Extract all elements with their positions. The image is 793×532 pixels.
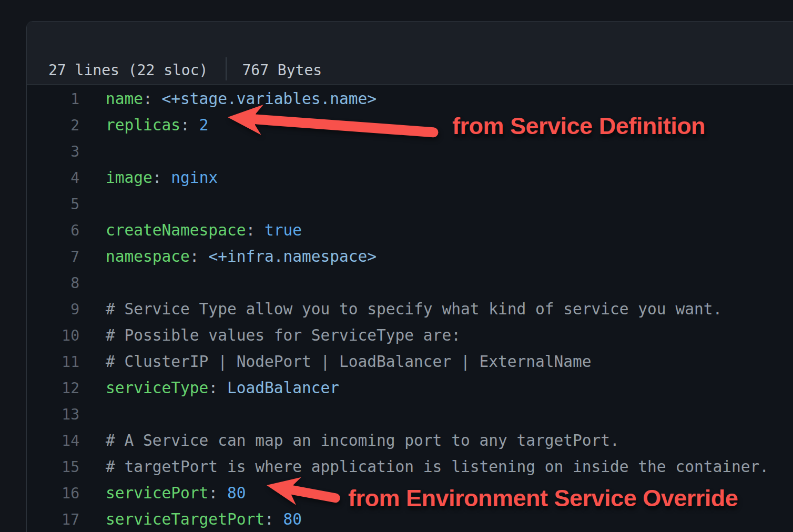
token-punc: : [152,169,171,187]
token-comment: # ClusterIP | NodePort | LoadBalancer | … [106,353,592,371]
line-number[interactable]: 11 [27,353,79,371]
token-punc: : [246,221,265,239]
line-number[interactable]: 16 [27,485,79,502]
line-number[interactable]: 5 [27,196,79,213]
token-punc: : [143,90,162,108]
line-content: serviceType: LoadBalancer [106,379,339,397]
line-number[interactable]: 7 [27,248,79,265]
token-punc: : [180,116,199,134]
line-content: # targetPort is where application is lis… [106,458,769,476]
line-number[interactable]: 13 [27,406,79,423]
line-number[interactable]: 9 [27,301,79,318]
line-number[interactable]: 3 [27,143,79,160]
token-punc: : [208,484,227,502]
code-line: 10# Possible values for ServiceType are: [27,322,793,349]
token-key: namespace [106,248,190,265]
token-key: replicas [106,116,180,134]
line-content: # Service Type allow you to specify what… [106,300,722,318]
line-number[interactable]: 2 [27,117,79,134]
line-content: namespace: <+infra.namespace> [106,248,377,265]
code-line: 13 [27,401,793,427]
token-expr: LoadBalancer [227,379,339,397]
code-lines: 1name: <+stage.variables.name>2replicas:… [27,86,793,532]
line-content: # Possible values for ServiceType are: [106,326,461,344]
code-line: 4image: nginx [27,165,793,191]
line-content: # ClusterIP | NodePort | LoadBalancer | … [106,353,592,371]
code-line: 9# Service Type allow you to specify wha… [27,296,793,322]
code-line: 6createNamespace: true [27,217,793,243]
token-expr: <+infra.namespace> [208,248,377,265]
page: 27 lines (22 sloc) 767 Bytes 1name: <+st… [0,0,793,532]
token-comment: # A Service can map an incoming port to … [106,432,619,449]
code-line: 8 [27,270,793,296]
token-comment: # Possible values for ServiceType are: [106,326,461,344]
token-punc: : [190,248,209,265]
header-divider [226,57,227,80]
line-content: image: nginx [106,169,218,187]
token-value: 2 [199,116,209,134]
token-key: image [106,169,152,187]
code-line: 12serviceType: LoadBalancer [27,375,793,401]
token-comment: # Service Type allow you to specify what… [106,300,722,318]
token-key: servicePort [106,484,208,502]
token-punc: : [208,379,227,397]
annotation-label-environment-override: from Environment Service Override [348,485,738,512]
line-number[interactable]: 10 [27,327,79,344]
line-content: createNamespace: true [106,221,302,239]
line-content: servicePort: 80 [106,484,246,502]
token-key: serviceType [106,379,208,397]
file-size: 767 Bytes [242,62,322,79]
code-line: 11# ClusterIP | NodePort | LoadBalancer … [27,349,793,375]
token-key: createNamespace [106,221,246,239]
line-number[interactable]: 17 [27,511,79,528]
code-line: 7namespace: <+infra.namespace> [27,243,793,270]
code-view: 1name: <+stage.variables.name>2replicas:… [27,85,793,532]
line-number[interactable]: 14 [27,432,79,449]
annotation-label-service-definition: from Service Definition [452,112,705,140]
code-line: 14# A Service can map an incoming port t… [27,427,793,454]
token-key: name [106,90,143,108]
code-line: 15# targetPort is where application is l… [27,454,793,480]
file-lines-count: 27 lines (22 sloc) [48,62,208,79]
annotation-arrow-service-definition [218,97,450,150]
token-value: true [265,221,302,239]
code-line: 5 [27,191,793,217]
token-value: nginx [171,169,218,187]
token-key: serviceTargetPort [106,510,265,528]
line-number[interactable]: 15 [27,458,79,476]
line-number[interactable]: 12 [27,380,79,397]
line-content: replicas: 2 [106,116,208,134]
annotation-arrow-environment-override [259,469,353,516]
line-number[interactable]: 8 [27,274,79,292]
file-info-bar: 27 lines (22 sloc) 767 Bytes [27,22,793,85]
line-number[interactable]: 6 [27,222,79,239]
line-number[interactable]: 4 [27,169,79,187]
token-comment: # targetPort is where application is lis… [106,458,769,476]
line-content: # A Service can map an incoming port to … [106,432,619,449]
token-value: 80 [227,484,246,502]
line-number[interactable]: 1 [27,90,79,108]
